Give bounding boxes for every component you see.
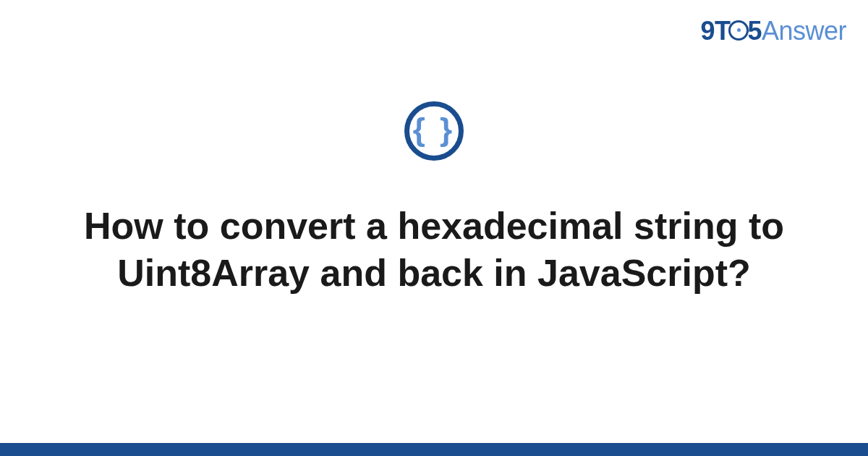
logo-part-9: 9 bbox=[700, 16, 715, 46]
logo-part-answer: Answer bbox=[762, 16, 846, 46]
braces-icon: { } bbox=[413, 114, 455, 145]
question-title: How to convert a hexadecimal string to U… bbox=[0, 203, 868, 297]
category-icon: { } bbox=[404, 101, 464, 161]
logo-part-5: 5 bbox=[747, 16, 762, 46]
logo-o-icon bbox=[728, 20, 749, 41]
site-logo: 9T5Answer bbox=[700, 16, 846, 46]
logo-part-t: T bbox=[715, 16, 731, 46]
bottom-accent-bar bbox=[0, 443, 868, 456]
